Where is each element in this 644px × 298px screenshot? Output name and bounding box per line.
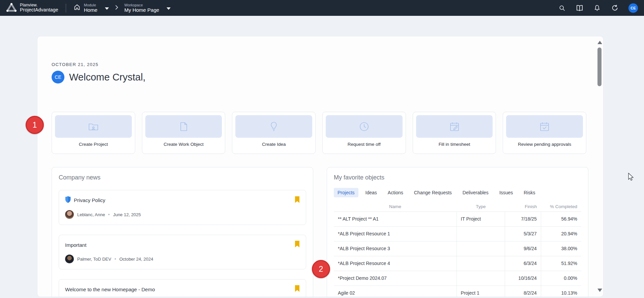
tab-change-requests[interactable]: Change Requests	[410, 188, 456, 197]
news-title: Important	[65, 242, 86, 248]
scroll-up-icon[interactable]	[597, 41, 602, 44]
cell-finish: 8/2/24	[505, 286, 541, 297]
scrollbar-thumb[interactable]	[597, 47, 602, 86]
create-project-card[interactable]: Create Project	[52, 112, 135, 154]
bookmark-icon[interactable]	[295, 241, 300, 249]
cell-name[interactable]: *Project Demo 2024.07	[334, 271, 457, 286]
help-book-icon[interactable]	[576, 4, 583, 12]
welcome-header: CE Welcome Crystal,	[52, 71, 146, 84]
annotation-badge-1: 1	[26, 116, 44, 134]
news-author: Leblanc, Anne	[77, 212, 105, 217]
action-label: Create Work Object	[145, 138, 222, 151]
user-avatar[interactable]: CE	[628, 3, 638, 13]
shield-icon	[65, 196, 71, 204]
folder-icon	[55, 115, 132, 138]
action-label: Create Project	[55, 138, 132, 151]
cell-pct-completed: 20.94%	[541, 226, 581, 241]
cell-name[interactable]: *ALB Project Resource 3	[334, 241, 457, 256]
planview-logo: Planview. ProjectAdvantage	[6, 3, 58, 13]
column-header-finish[interactable]: Finish	[505, 202, 541, 211]
column-header-type[interactable]: Type	[457, 202, 505, 211]
notifications-bell-icon[interactable]	[593, 4, 601, 12]
tab-risks[interactable]: Risks	[520, 188, 539, 197]
tab-projects[interactable]: Projects	[334, 188, 358, 197]
workspace-value: My Home Page	[124, 7, 159, 13]
home-page-panel: OCTOBER 21, 2025 CE Welcome Crystal, Cre…	[37, 36, 604, 297]
top-bar: Planview. ProjectAdvantage Module Home W…	[0, 0, 644, 16]
refresh-icon[interactable]	[611, 4, 618, 12]
news-title: Privacy Policy	[74, 197, 105, 203]
table-row[interactable]: ** ALT Project ** A1 IT Project 7/18/25 …	[334, 211, 581, 226]
module-value: Home	[84, 7, 97, 13]
chevron-down-icon[interactable]	[167, 7, 171, 10]
cell-pct-completed: 10.13%	[541, 286, 581, 297]
vertical-scrollbar[interactable]	[597, 36, 602, 297]
favorite-objects-title: My favorite objects	[334, 174, 581, 181]
cell-pct-completed: 51.92%	[541, 256, 581, 271]
column-header-name[interactable]: Name	[334, 202, 457, 211]
news-title: Welcome to the new Homepage - Demo	[65, 287, 155, 292]
favorite-objects-panel: My favorite objects Projects Ideas Actio…	[327, 167, 588, 297]
cell-name[interactable]: *ALB Project Resource 4	[334, 256, 457, 271]
create-idea-card[interactable]: Create Idea	[232, 112, 316, 154]
request-time-off-card[interactable]: Request time off	[322, 112, 406, 154]
cell-finish: 5/3/27	[505, 226, 541, 241]
cell-type	[457, 256, 505, 271]
action-label: Review pending approvals	[506, 138, 583, 151]
table-row[interactable]: Agile 02 Project 1 8/2/24 10.13%	[334, 286, 581, 297]
news-date: June 12, 2025	[113, 212, 141, 217]
module-label: Module	[84, 3, 97, 7]
action-label: Fill in timesheet	[416, 138, 493, 151]
workspace-selector[interactable]: Workspace My Home Page	[124, 3, 171, 13]
welcome-message: Welcome Crystal,	[69, 72, 146, 83]
scroll-down-icon[interactable]	[597, 289, 602, 292]
tab-actions[interactable]: Actions	[384, 188, 407, 197]
review-pending-approvals-card[interactable]: Review pending approvals	[503, 112, 586, 154]
column-header-pct-completed[interactable]: % Completed	[541, 202, 581, 211]
cell-name[interactable]: *ALB Project Resource 1	[334, 226, 457, 241]
cell-name[interactable]: ** ALT Project ** A1	[334, 211, 457, 226]
tab-issues[interactable]: Issues	[496, 188, 517, 197]
news-author: Palmer, ToD DEV	[77, 257, 111, 262]
table-row[interactable]: *ALB Project Resource 4 6/3/24 51.92%	[334, 256, 581, 271]
favorites-table: Name Type Finish % Completed ** ALT Proj…	[334, 202, 581, 297]
planview-triangle-icon	[6, 3, 17, 13]
news-date: October 24, 2024	[119, 257, 153, 262]
module-selector[interactable]: Module Home	[74, 3, 109, 13]
document-icon	[145, 115, 222, 138]
company-news-title: Company news	[59, 174, 306, 181]
chevron-down-icon[interactable]	[105, 7, 109, 10]
news-item-important[interactable]: Important Palmer, ToD DEV October 24, 20…	[59, 235, 306, 269]
author-avatar	[65, 210, 74, 219]
cell-type: Project 1	[457, 286, 505, 297]
clock-icon	[326, 115, 403, 138]
mouse-cursor	[627, 172, 635, 183]
cell-type	[457, 226, 505, 241]
company-news-panel: Company news Privacy Policy Leblanc, Ann…	[52, 167, 313, 297]
meta-dot	[108, 214, 110, 215]
bookmark-icon[interactable]	[295, 285, 300, 293]
table-row[interactable]: *Project Demo 2024.07 10/16/24 0.00%	[334, 271, 581, 286]
cell-pct-completed: 56.94%	[541, 211, 581, 226]
quick-actions-row: Create Project Create Work Object Create…	[52, 112, 586, 154]
cell-pct-completed: 0.00%	[541, 271, 581, 286]
create-work-object-card[interactable]: Create Work Object	[142, 112, 226, 154]
tab-ideas[interactable]: Ideas	[362, 188, 381, 197]
cell-name[interactable]: Agile 02	[334, 286, 457, 297]
brand-line2: ProjectAdvantage	[20, 7, 58, 12]
cell-finish: 9/6/24	[505, 241, 541, 256]
author-avatar	[65, 255, 74, 263]
news-item-privacy-policy[interactable]: Privacy Policy Leblanc, Anne June 12, 20…	[59, 190, 306, 225]
tab-deliverables[interactable]: Deliverables	[459, 188, 492, 197]
table-row[interactable]: *ALB Project Resource 3 9/6/24 38.00%	[334, 241, 581, 256]
bookmark-icon[interactable]	[295, 196, 300, 204]
cell-finish: 10/16/24	[505, 271, 541, 286]
fill-in-timesheet-card[interactable]: Fill in timesheet	[413, 112, 496, 154]
action-label: Create Idea	[235, 138, 312, 151]
table-row[interactable]: *ALB Project Resource 1 5/3/27 20.94%	[334, 226, 581, 241]
home-icon	[74, 4, 81, 12]
search-icon[interactable]	[558, 4, 566, 12]
breadcrumb-separator-icon	[115, 5, 118, 11]
news-item-welcome-homepage[interactable]: Welcome to the new Homepage - Demo	[59, 279, 306, 297]
topbar-divider	[66, 4, 66, 12]
